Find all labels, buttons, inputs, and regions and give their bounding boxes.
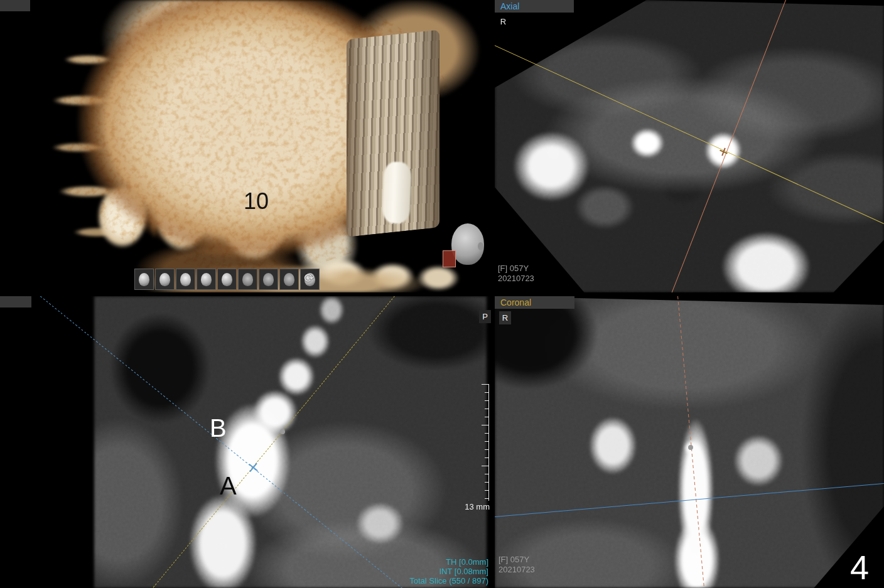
pane-3d-volume[interactable]: 10 ⟳: [0, 0, 492, 292]
pane-header-fragment: [0, 296, 31, 307]
slice-interval-text: INT [0.08mm]: [409, 567, 488, 576]
head-right-oblique-icon: [201, 273, 212, 286]
fov-region-box: [443, 250, 456, 267]
coronal-pane-title: Coronal: [500, 297, 531, 307]
view-right-profile-button[interactable]: [217, 269, 237, 290]
axial-pane-title: Axial: [500, 1, 519, 11]
measurement-label-a: A: [220, 472, 237, 500]
study-date-text: 20210723: [498, 274, 534, 284]
rotate-arrows-icon: ⟳: [304, 272, 315, 284]
cbct-viewer: 10 ⟳: [0, 0, 884, 588]
head-bottom-icon: [284, 273, 294, 286]
view-left-profile-button[interactable]: [134, 269, 154, 290]
head-top-icon: [263, 273, 274, 286]
figure-number: 4: [850, 548, 869, 587]
view-back-button[interactable]: [238, 269, 257, 290]
axial-orientation-marker: R: [497, 15, 509, 28]
total-slice-text: Total Slice (550 / 897): [409, 576, 488, 585]
coronal-ct-image[interactable]: [495, 296, 884, 588]
orientation-head-indicator: [443, 221, 492, 274]
head-back-icon: [242, 273, 253, 286]
tooth-number-label: 10: [244, 188, 269, 215]
slice-position-dot[interactable]: [688, 445, 693, 450]
head-right-profile-icon: [222, 273, 232, 286]
view-right-oblique-button[interactable]: [197, 269, 216, 290]
slice-position-dot[interactable]: [280, 429, 285, 434]
view-left-oblique-button[interactable]: [155, 269, 175, 290]
pane-sagittal[interactable]: B A 13 mm P TH [0.0mm] INT [0.08mm] Tota…: [0, 296, 492, 588]
view-bottom-button[interactable]: [279, 269, 299, 290]
axial-ct-image[interactable]: [495, 0, 884, 292]
axial-pane-header: Axial: [495, 0, 574, 13]
axial-orientation-marker-text: R: [500, 17, 506, 26]
patient-id-text: [F] 057Y: [499, 555, 535, 565]
restoration-object: [382, 161, 411, 223]
ruler-scale-label: 13 mm: [465, 502, 490, 511]
coronal-patient-info: [F] 057Y 20210723: [499, 555, 535, 575]
sagittal-orientation-marker: P: [479, 310, 491, 323]
coronal-pane-header: Coronal: [495, 296, 574, 309]
pane-axial[interactable]: Axial R [F] 057Y 20210723: [495, 0, 884, 292]
axial-patient-info: [F] 057Y 20210723: [498, 264, 534, 284]
sagittal-orientation-marker-text: P: [482, 312, 488, 321]
sagittal-ct-image[interactable]: [94, 296, 487, 588]
measurement-label-b: B: [210, 414, 227, 442]
head-front-icon: [180, 273, 191, 286]
view-rotate-button[interactable]: ⟳: [300, 269, 320, 290]
slice-thickness-text: TH [0.0mm]: [409, 557, 488, 567]
head-left-profile-icon: [139, 273, 149, 286]
head-left-oblique-icon: [159, 273, 170, 286]
ruler: [481, 384, 489, 501]
view-orientation-toolbar: ⟳: [134, 269, 320, 290]
coronal-orientation-marker: R: [499, 311, 511, 324]
slice-status-block: TH [0.0mm] INT [0.08mm] Total Slice (550…: [409, 557, 488, 585]
pane-coronal[interactable]: Coronal R [F] 057Y 20210723 4: [495, 296, 884, 588]
coronal-orientation-marker-text: R: [502, 313, 508, 323]
view-top-button[interactable]: [259, 269, 278, 290]
patient-id-text: [F] 057Y: [498, 264, 534, 274]
study-date-text: 20210723: [499, 565, 535, 575]
head-ear-icon: [478, 242, 483, 250]
view-front-button[interactable]: [176, 269, 195, 290]
